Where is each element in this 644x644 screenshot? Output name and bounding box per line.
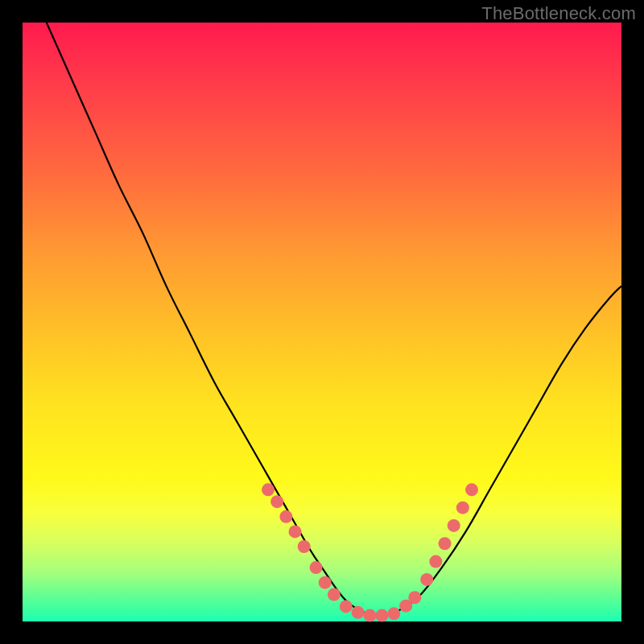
curve-marker bbox=[310, 561, 323, 574]
curve-marker bbox=[289, 525, 302, 538]
chart-frame: TheBottleneck.com bbox=[0, 0, 644, 644]
curve-marker bbox=[448, 519, 460, 532]
curve-marker bbox=[429, 555, 442, 568]
curve-marker bbox=[279, 510, 292, 523]
plot-area bbox=[23, 23, 621, 621]
curve-marker bbox=[352, 606, 365, 619]
curve-marker bbox=[387, 607, 400, 620]
curve-marker bbox=[262, 483, 275, 496]
curve-layer bbox=[23, 23, 621, 621]
curve-marker bbox=[420, 573, 433, 586]
curve-marker bbox=[340, 600, 353, 613]
curve-markers bbox=[262, 483, 478, 621]
curve-marker bbox=[319, 576, 332, 589]
curve-marker bbox=[408, 591, 421, 604]
curve-marker bbox=[465, 483, 478, 496]
curve-marker bbox=[364, 609, 377, 622]
curve-marker bbox=[270, 495, 283, 508]
curve-marker bbox=[456, 502, 469, 514]
bottleneck-curve bbox=[47, 23, 621, 616]
curve-marker bbox=[439, 537, 452, 550]
curve-marker bbox=[298, 540, 311, 553]
curve-marker bbox=[375, 609, 388, 622]
curve-marker bbox=[328, 588, 341, 601]
watermark-text: TheBottleneck.com bbox=[481, 3, 636, 24]
